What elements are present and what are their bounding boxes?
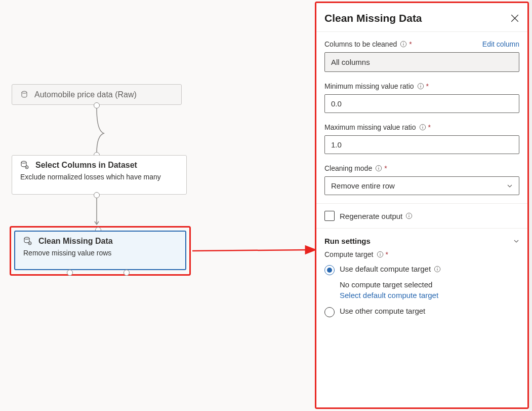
svg-point-6 (29, 243, 30, 244)
database-gear-icon (20, 161, 29, 170)
panel-title: Clean Missing Data (324, 12, 422, 24)
close-icon[interactable] (510, 14, 519, 23)
max-ratio-label: Maximum missing value ratio * (324, 123, 431, 131)
annotation-arrow (191, 243, 316, 258)
min-ratio-input[interactable] (324, 94, 519, 113)
svg-marker-8 (306, 246, 315, 253)
database-icon (20, 91, 28, 99)
node-label: Automobile price data (Raw) (34, 90, 137, 99)
required-indicator: * (428, 123, 431, 131)
radio-other-compute[interactable] (324, 307, 335, 317)
required-indicator: * (409, 40, 412, 48)
svg-point-16 (422, 126, 423, 126)
properties-panel-highlight: Clean Missing Data Columns to be cleaned… (315, 2, 529, 409)
info-icon[interactable] (417, 83, 424, 90)
svg-line-7 (192, 250, 309, 251)
svg-point-0 (22, 91, 27, 93)
columns-value[interactable]: All columns (324, 52, 519, 72)
svg-point-4 (24, 237, 29, 239)
svg-point-3 (26, 167, 27, 168)
properties-panel: Clean Missing Data Columns to be cleaned… (316, 3, 527, 407)
database-gear-icon (23, 237, 32, 246)
info-icon[interactable] (377, 251, 384, 258)
info-icon[interactable] (419, 124, 426, 131)
node-clean-missing-data[interactable]: Clean Missing Data Remove missing value … (14, 231, 186, 270)
chevron-down-icon (507, 183, 513, 189)
connector-line (94, 195, 100, 231)
required-indicator: * (386, 250, 388, 258)
info-icon[interactable] (400, 41, 407, 48)
chevron-down-icon (513, 238, 519, 244)
no-compute-text: No compute target selected (340, 280, 519, 289)
cleaning-mode-label: Cleaning mode * (324, 164, 387, 172)
node-title: Select Columns in Dataset (35, 161, 137, 170)
node-select-columns[interactable]: Select Columns in Dataset Exclude normal… (12, 155, 187, 195)
regenerate-label: Regenerate output (340, 212, 413, 220)
radio-default-label: Use default compute target (340, 265, 441, 273)
columns-label: Columns to be cleaned * (324, 40, 412, 48)
pipeline-canvas[interactable]: Automobile price data (Raw) Select Colum… (0, 0, 311, 411)
required-indicator: * (384, 164, 387, 172)
node-desc: Exclude normalized losses which have man… (12, 170, 186, 186)
scrollbar[interactable] (529, 0, 532, 411)
radio-default-compute[interactable] (324, 265, 335, 275)
svg-point-22 (409, 214, 410, 215)
connector-line (94, 105, 110, 156)
svg-point-19 (378, 167, 379, 167)
selection-highlight: Clean Missing Data Remove missing value … (10, 226, 191, 276)
svg-point-10 (403, 43, 404, 43)
required-indicator: * (426, 82, 429, 90)
node-desc: Remove missing value rows (15, 246, 185, 262)
radio-other-label: Use other compute target (340, 307, 425, 315)
info-icon[interactable] (375, 165, 382, 172)
svg-point-13 (420, 85, 421, 85)
info-icon[interactable] (434, 266, 441, 273)
compute-target-label: Compute target * (324, 250, 519, 258)
node-title: Clean Missing Data (38, 237, 113, 246)
node-automobile-data[interactable]: Automobile price data (Raw) (12, 84, 182, 105)
output-port[interactable] (67, 270, 73, 276)
output-port[interactable] (124, 270, 130, 276)
svg-point-25 (380, 253, 380, 253)
info-icon[interactable] (405, 212, 413, 219)
run-settings-header[interactable]: Run settings (316, 229, 527, 250)
svg-point-28 (437, 267, 437, 268)
select-value: Remove entire row (331, 181, 395, 190)
run-settings-title: Run settings (324, 237, 371, 245)
edit-column-link[interactable]: Edit column (482, 40, 519, 48)
min-ratio-label: Minimum missing value ratio * (324, 82, 429, 90)
regenerate-checkbox[interactable] (324, 211, 335, 221)
select-compute-link[interactable]: Select default compute target (340, 291, 519, 300)
cleaning-mode-select[interactable]: Remove entire row (324, 176, 519, 195)
svg-point-1 (21, 161, 26, 163)
max-ratio-input[interactable] (324, 135, 519, 154)
